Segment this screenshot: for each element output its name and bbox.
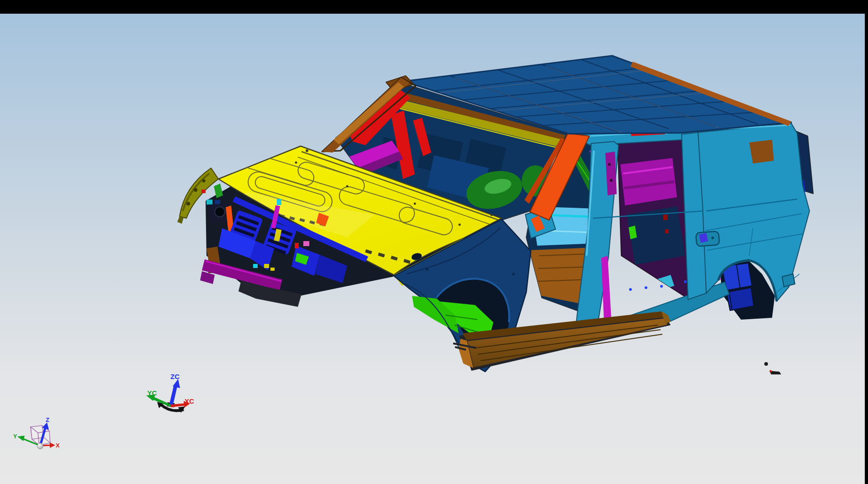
- view-z-label: Z: [46, 416, 49, 423]
- cad-application-window: ZC YC XC Z Y X: [0, 0, 868, 484]
- right-frame-bar: [865, 0, 868, 484]
- d-pillar-trim[interactable]: [749, 140, 774, 163]
- view-x-label: X: [56, 442, 60, 449]
- grille-hole: [215, 207, 225, 217]
- rear-bumper-bracket[interactable]: [782, 274, 795, 287]
- door-handle-recess[interactable]: [696, 231, 720, 246]
- wcs-y-label: YC: [148, 389, 157, 397]
- latch[interactable]: [665, 229, 669, 233]
- top-frame-bar: [0, 0, 868, 14]
- triad-origin-sphere[interactable]: [37, 443, 43, 449]
- cad-canvas[interactable]: ZC YC XC Z Y X: [0, 0, 868, 484]
- wcs-x-label: XC: [185, 397, 194, 405]
- fender-chip-teal[interactable]: [206, 200, 212, 205]
- latch[interactable]: [663, 215, 667, 220]
- wcs-z-label: ZC: [170, 373, 180, 380]
- view-y-label: Y: [13, 433, 17, 440]
- fender-chip-red[interactable]: [201, 189, 206, 193]
- engine-bay-chip[interactable]: [277, 199, 281, 205]
